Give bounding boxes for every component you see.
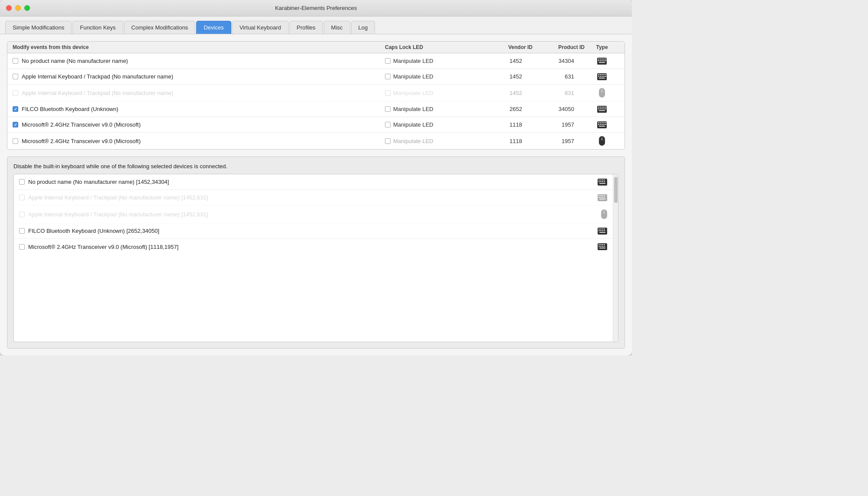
svg-rect-58 — [604, 179, 605, 180]
tab-misc[interactable]: Misc — [324, 21, 350, 34]
row6-label: Microsoft® 2.4GHz Transceiver v9.0 (Micr… — [22, 138, 141, 144]
svg-rect-28 — [598, 107, 599, 108]
row4-label: FILCO Bluetooth Keyboard (Unknown) — [22, 106, 118, 112]
keyboard-icon — [597, 178, 608, 186]
tab-function[interactable]: Function Keys — [72, 21, 123, 34]
row-name-cell: Microsoft® 2.4GHz Transceiver v9.0 (Micr… — [13, 138, 385, 144]
row2-type — [585, 73, 619, 81]
svg-rect-5 — [605, 59, 606, 59]
keyboard-icon — [597, 227, 608, 235]
table-body: No product name (No manufacturer name) M… — [7, 53, 625, 149]
mouse-icon — [598, 88, 605, 98]
row3-vendor: 1452 — [480, 90, 533, 96]
bp-row-left: No product name (No manufacturer name) [… — [19, 179, 169, 185]
svg-rect-83 — [600, 230, 602, 231]
table-row: Apple Internal Keyboard / Trackpad (No m… — [7, 85, 625, 101]
svg-rect-20 — [602, 76, 603, 77]
bp2-checkbox[interactable] — [19, 195, 25, 200]
svg-rect-16 — [603, 74, 605, 75]
row5-checkbox[interactable] — [13, 122, 18, 127]
svg-rect-46 — [600, 124, 601, 125]
row6-type — [585, 136, 619, 146]
keyboard-icon — [597, 243, 608, 251]
svg-rect-29 — [600, 107, 601, 108]
svg-rect-43 — [603, 122, 605, 123]
svg-rect-95 — [604, 246, 605, 247]
app-window: Karabiner-Elements Preferences Simple Mo… — [0, 0, 632, 356]
svg-rect-11 — [599, 62, 605, 63]
tab-devices[interactable]: Devices — [196, 21, 231, 34]
svg-rect-37 — [605, 108, 606, 109]
main-content: Modify events from this device Caps Lock… — [0, 34, 632, 356]
row6-checkbox[interactable] — [13, 138, 18, 144]
row6-led: Manipulate LED — [385, 138, 480, 144]
row1-vendor: 1452 — [480, 58, 533, 64]
svg-rect-90 — [602, 244, 603, 245]
close-button[interactable] — [6, 5, 12, 11]
svg-rect-84 — [602, 230, 603, 231]
row3-checkbox[interactable] — [13, 90, 18, 96]
row4-checkbox[interactable] — [13, 106, 18, 112]
list-item: Apple Internal Keyboard / Trackpad (No m… — [14, 190, 613, 206]
svg-rect-85 — [604, 230, 605, 231]
bp1-checkbox[interactable] — [19, 179, 25, 185]
keyboard-icon — [597, 57, 607, 65]
bp5-checkbox[interactable] — [19, 244, 25, 250]
svg-rect-96 — [599, 248, 605, 248]
row1-checkbox[interactable] — [13, 58, 18, 64]
row5-label: Microsoft® 2.4GHz Transceiver v9.0 (Micr… — [22, 121, 141, 128]
row2-checkbox[interactable] — [13, 74, 18, 79]
row2-led: Manipulate LED — [385, 73, 480, 80]
scrollbar[interactable] — [613, 174, 618, 342]
bp4-label: FILCO Bluetooth Keyboard (Unknown) [2652… — [28, 228, 159, 234]
svg-rect-15 — [602, 74, 603, 75]
row4-led-checkbox[interactable] — [385, 106, 391, 112]
svg-rect-35 — [602, 108, 603, 109]
maximize-button[interactable] — [24, 5, 30, 11]
row6-led-checkbox[interactable] — [385, 138, 391, 144]
bp3-checkbox[interactable] — [19, 212, 25, 217]
row1-product: 34304 — [533, 58, 585, 64]
table-row: Apple Internal Keyboard / Trackpad (No m… — [7, 69, 625, 85]
row1-led: Manipulate LED — [385, 58, 480, 64]
bp4-checkbox[interactable] — [19, 228, 25, 234]
mouse-icon — [598, 136, 605, 146]
row5-led-checkbox[interactable] — [385, 122, 391, 127]
svg-rect-56 — [600, 179, 602, 180]
tab-profiles[interactable]: Profiles — [289, 21, 323, 34]
svg-rect-31 — [603, 107, 605, 108]
svg-rect-22 — [605, 76, 606, 77]
svg-rect-88 — [598, 244, 600, 245]
panel-description: Disable the built-in keyboard while one … — [13, 163, 618, 170]
bottom-list-container: No product name (No manufacturer name) [… — [13, 174, 618, 342]
svg-rect-81 — [604, 228, 605, 229]
svg-rect-30 — [602, 107, 603, 108]
svg-rect-4 — [603, 59, 605, 59]
svg-rect-8 — [602, 60, 603, 61]
svg-rect-48 — [603, 124, 605, 125]
scrollbar-thumb[interactable] — [614, 177, 618, 203]
svg-rect-23 — [599, 78, 605, 78]
row5-vendor: 1118 — [480, 121, 533, 128]
tab-simple[interactable]: Simple Modifications — [5, 21, 72, 34]
svg-rect-63 — [599, 183, 605, 184]
svg-rect-60 — [600, 181, 602, 182]
row3-led-checkbox[interactable] — [385, 90, 391, 96]
svg-rect-36 — [603, 108, 605, 109]
table-header: Modify events from this device Caps Lock… — [7, 42, 625, 53]
svg-rect-55 — [598, 179, 600, 180]
tab-virtual[interactable]: Virtual Keyboard — [232, 21, 289, 34]
row1-led-checkbox[interactable] — [385, 58, 391, 64]
svg-rect-13 — [598, 74, 599, 75]
tab-complex[interactable]: Complex Modifications — [124, 21, 196, 34]
svg-rect-33 — [598, 108, 599, 109]
svg-rect-65 — [598, 195, 600, 196]
table-row: Microsoft® 2.4GHz Transceiver v9.0 (Micr… — [7, 133, 625, 149]
minimize-button[interactable] — [15, 5, 21, 11]
svg-rect-73 — [599, 199, 605, 199]
col-vendor: Vendor ID — [480, 44, 533, 50]
tab-log[interactable]: Log — [351, 21, 375, 34]
row6-product: 1957 — [533, 138, 585, 144]
bp-row-left: Apple Internal Keyboard / Trackpad (No m… — [19, 211, 208, 218]
row2-led-checkbox[interactable] — [385, 74, 391, 79]
